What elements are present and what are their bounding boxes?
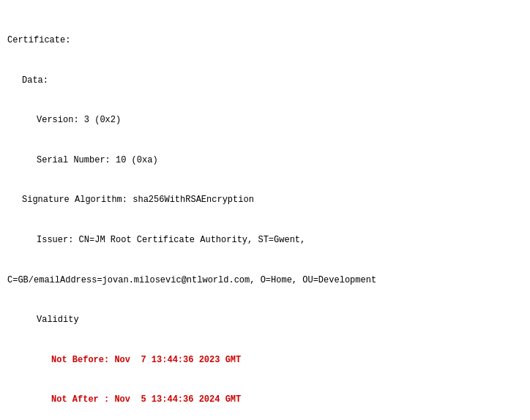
sig-algo: Signature Algorithm: sha256WithRSAEncryp… bbox=[22, 193, 523, 207]
data-label: Data: bbox=[22, 74, 523, 88]
not-before: Not Before: Nov 7 13:44:36 2023 GMT bbox=[51, 353, 523, 367]
issuer-line2: C=GB/emailAddress=jovan.milosevic@ntlwor… bbox=[7, 274, 523, 288]
validity-label: Validity bbox=[37, 313, 523, 327]
cert-title: Certificate: bbox=[7, 34, 523, 48]
certificate-viewer: Certificate: Data: Version: 3 (0x2) Seri… bbox=[7, 7, 523, 420]
issuer-line1: Issuer: CN=JM Root Certificate Authority… bbox=[37, 233, 523, 247]
serial: Serial Number: 10 (0xa) bbox=[37, 154, 523, 168]
not-after: Not After : Nov 5 13:44:36 2024 GMT bbox=[51, 393, 523, 407]
version: Version: 3 (0x2) bbox=[37, 113, 523, 127]
